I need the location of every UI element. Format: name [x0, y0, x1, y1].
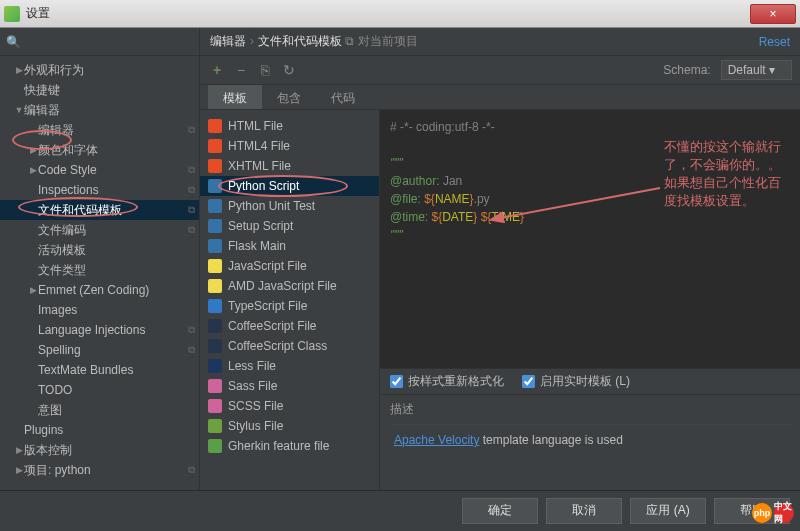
window-title: 设置 — [26, 5, 750, 22]
description-body: Apache Velocity template language is use… — [390, 424, 790, 484]
template-item[interactable]: Stylus File — [200, 416, 379, 436]
template-item[interactable]: TypeScript File — [200, 296, 379, 316]
tab[interactable]: 代码 — [316, 85, 370, 109]
template-item[interactable]: AMD JavaScript File — [200, 276, 379, 296]
template-item[interactable]: Less File — [200, 356, 379, 376]
app-icon — [4, 6, 20, 22]
template-item[interactable]: JavaScript File — [200, 256, 379, 276]
template-item[interactable]: Gherkin feature file — [200, 436, 379, 456]
apply-button[interactable]: 应用 (A) — [630, 498, 706, 524]
search-bar: 🔍 — [0, 28, 199, 56]
tree-item[interactable]: 文件和代码模板⧉ — [0, 200, 199, 220]
settings-tree: ▶外观和行为快捷键▼编辑器编辑器⧉▶颜色和字体▶Code Style⧉Inspe… — [0, 56, 199, 490]
tree-item[interactable]: ▶Emmet (Zen Coding) — [0, 280, 199, 300]
tree-item[interactable]: TODO — [0, 380, 199, 400]
tree-item[interactable]: 活动模板 — [0, 240, 199, 260]
template-item[interactable]: Setup Script — [200, 216, 379, 236]
template-list: HTML FileHTML4 FileXHTML FilePython Scri… — [200, 110, 380, 490]
add-button[interactable]: + — [208, 61, 226, 79]
template-item[interactable]: CoffeeScript Class — [200, 336, 379, 356]
close-button[interactable]: × — [750, 4, 796, 24]
template-item[interactable]: HTML4 File — [200, 136, 379, 156]
cancel-button[interactable]: 取消 — [546, 498, 622, 524]
tree-item[interactable]: ▶项目: python⧉ — [0, 460, 199, 480]
tree-item[interactable]: Images — [0, 300, 199, 320]
tree-item[interactable]: ▶颜色和字体 — [0, 140, 199, 160]
tabs: 模板包含代码 — [200, 84, 800, 110]
live-template-checkbox[interactable]: 启用实时模板 (L) — [522, 373, 630, 390]
title-bar: 设置 × — [0, 0, 800, 28]
tree-item[interactable]: Spelling⧉ — [0, 340, 199, 360]
tree-item[interactable]: Inspections⧉ — [0, 180, 199, 200]
template-item[interactable]: HTML File — [200, 116, 379, 136]
breadcrumb: 编辑器›文件和代码模板 ⧉ 对当前项目 — [210, 33, 759, 50]
tab[interactable]: 模板 — [208, 85, 262, 109]
template-item[interactable]: Sass File — [200, 376, 379, 396]
tree-item[interactable]: Language Injections⧉ — [0, 320, 199, 340]
tree-item[interactable]: ▶Code Style⧉ — [0, 160, 199, 180]
template-item[interactable]: Flask Main — [200, 236, 379, 256]
description-label: 描述 — [380, 394, 800, 420]
tree-item[interactable]: 文件编码⧉ — [0, 220, 199, 240]
refresh-button[interactable]: ↻ — [280, 61, 298, 79]
content-pane: 编辑器›文件和代码模板 ⧉ 对当前项目 Reset + − ⎘ ↻ Schema… — [200, 28, 800, 490]
search-input[interactable] — [25, 35, 193, 49]
ok-button[interactable]: 确定 — [462, 498, 538, 524]
reformat-checkbox[interactable]: 按样式重新格式化 — [390, 373, 504, 390]
watermark: php 中文网 — [752, 503, 794, 523]
tree-item[interactable]: ▶外观和行为 — [0, 60, 199, 80]
velocity-link[interactable]: Apache Velocity — [394, 433, 479, 447]
tree-item[interactable]: 编辑器⧉ — [0, 120, 199, 140]
tree-item[interactable]: 快捷键 — [0, 80, 199, 100]
template-item[interactable]: CoffeeScript File — [200, 316, 379, 336]
remove-button[interactable]: − — [232, 61, 250, 79]
template-item[interactable]: Python Script — [200, 176, 379, 196]
tree-item[interactable]: ▼编辑器 — [0, 100, 199, 120]
tree-item[interactable]: Plugins — [0, 420, 199, 440]
schema-select[interactable]: Default ▾ — [721, 60, 792, 80]
tree-item[interactable]: ▶版本控制 — [0, 440, 199, 460]
reset-link[interactable]: Reset — [759, 35, 790, 49]
copy-button[interactable]: ⎘ — [256, 61, 274, 79]
template-item[interactable]: Python Unit Test — [200, 196, 379, 216]
tree-item[interactable]: TextMate Bundles — [0, 360, 199, 380]
template-item[interactable]: XHTML File — [200, 156, 379, 176]
tab[interactable]: 包含 — [262, 85, 316, 109]
search-icon: 🔍 — [6, 35, 21, 49]
toolbar: + − ⎘ ↻ Schema: Default ▾ — [200, 56, 800, 84]
schema-label: Schema: — [663, 63, 710, 77]
footer: 确定 取消 应用 (A) 帮助 — [0, 490, 800, 530]
annotation-text: 不懂的按这个输就行了，不会骗你的。。如果想自己个性化百度找模板设置。 — [664, 138, 784, 210]
template-item[interactable]: SCSS File — [200, 396, 379, 416]
tree-item[interactable]: 意图 — [0, 400, 199, 420]
tree-item[interactable]: 文件类型 — [0, 260, 199, 280]
sidebar: 🔍 ▶外观和行为快捷键▼编辑器编辑器⧉▶颜色和字体▶Code Style⧉Ins… — [0, 28, 200, 490]
